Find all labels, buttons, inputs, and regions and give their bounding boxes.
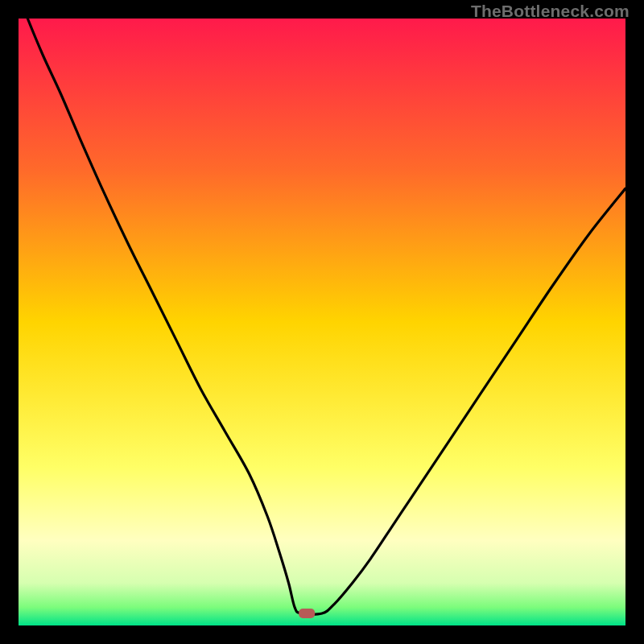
watermark-text: TheBottleneck.com — [471, 2, 630, 21]
gradient-background — [19, 19, 625, 625]
chart-svg — [19, 19, 625, 625]
plot-area — [19, 19, 625, 625]
optimal-marker — [299, 609, 315, 618]
chart-frame: TheBottleneck.com — [0, 0, 644, 644]
